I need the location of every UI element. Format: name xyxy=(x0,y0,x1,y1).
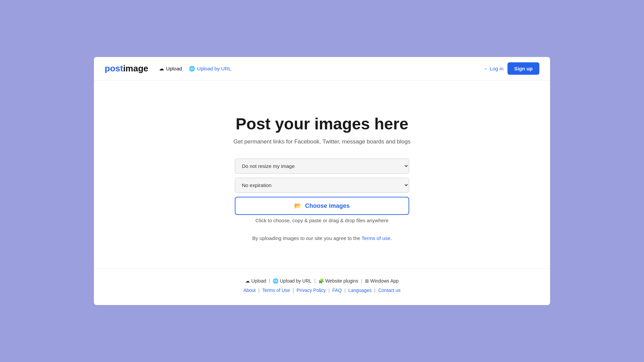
expiration-select[interactable]: No expiration 1 day 1 week 1 month 6 mon… xyxy=(235,178,409,193)
sep-2: | xyxy=(292,288,294,293)
cloud-icon: ☁ xyxy=(159,66,164,72)
footer-terms-link[interactable]: Terms of Use xyxy=(262,288,290,293)
separator-3: | xyxy=(361,278,362,284)
drag-hint: Click to choose, copy & paste or drag & … xyxy=(256,218,389,223)
logo-image: image xyxy=(123,63,148,74)
footer-contact-link[interactable]: Contact us xyxy=(378,288,400,293)
choose-images-button[interactable]: 📂 Choose images xyxy=(235,197,409,215)
main-content: Post your images here Get permanent link… xyxy=(94,80,550,268)
footer-about-link[interactable]: About xyxy=(244,288,256,293)
footer-upload-url-link[interactable]: 🌐 Upload by URL xyxy=(273,278,312,284)
main-window: postimage ☁ Upload 🌐 Upload by URL → Log… xyxy=(94,57,550,305)
sep-1: | xyxy=(258,288,260,293)
footer-top: ☁ Upload | 🌐 Upload by URL | 🧩 Website p… xyxy=(105,278,539,284)
sep-4: | xyxy=(344,288,346,293)
nav-upload-url[interactable]: 🌐 Upload by URL xyxy=(189,66,231,72)
folder-open-icon: 📂 xyxy=(294,202,302,209)
footer-bottom: About | Terms of Use | Privacy Policy | … xyxy=(105,288,539,293)
footer-cloud-icon: ☁ xyxy=(245,278,250,284)
footer: ☁ Upload | 🌐 Upload by URL | 🧩 Website p… xyxy=(94,268,550,305)
sep-5: | xyxy=(374,288,376,293)
nav-upload[interactable]: ☁ Upload xyxy=(159,66,182,72)
login-icon: → xyxy=(483,66,488,71)
header-nav: ☁ Upload 🌐 Upload by URL xyxy=(159,66,475,72)
footer-puzzle-icon: 🧩 xyxy=(318,278,324,284)
hero-title: Post your images here xyxy=(236,115,409,133)
hero-subtitle: Get permanent links for Facebook, Twitte… xyxy=(233,138,411,145)
logo-post: post xyxy=(105,63,123,74)
footer-privacy-link[interactable]: Privacy Policy xyxy=(297,288,326,293)
header: postimage ☁ Upload 🌐 Upload by URL → Log… xyxy=(94,57,550,80)
separator-2: | xyxy=(314,278,316,284)
sep-3: | xyxy=(328,288,330,293)
terms-note-prefix: By uploading images to our site you agre… xyxy=(252,235,360,241)
footer-faq-link[interactable]: FAQ xyxy=(332,288,342,293)
login-button[interactable]: → Log in xyxy=(483,66,503,71)
terms-note: By uploading images to our site you agre… xyxy=(252,235,392,241)
globe-icon: 🌐 xyxy=(189,66,195,72)
terms-note-suffix: . xyxy=(390,235,392,241)
footer-windows-icon: ⊞ xyxy=(365,278,369,284)
footer-globe-icon: 🌐 xyxy=(273,278,278,284)
terms-of-use-link[interactable]: Terms of use xyxy=(362,235,390,241)
resize-select[interactable]: Do not resize my image Resize to 800x600… xyxy=(235,159,409,174)
upload-form: Do not resize my image Resize to 800x600… xyxy=(235,159,409,215)
signup-button[interactable]: Sign up xyxy=(507,62,539,75)
separator-1: | xyxy=(269,278,270,284)
footer-languages-link[interactable]: Languages xyxy=(348,288,371,293)
footer-plugins-link[interactable]: 🧩 Website plugins xyxy=(318,278,358,284)
footer-upload: ☁ Upload xyxy=(245,278,266,284)
header-actions: → Log in Sign up xyxy=(483,62,539,75)
logo[interactable]: postimage xyxy=(105,63,148,74)
footer-windows-link[interactable]: ⊞ Windows App xyxy=(365,278,399,284)
